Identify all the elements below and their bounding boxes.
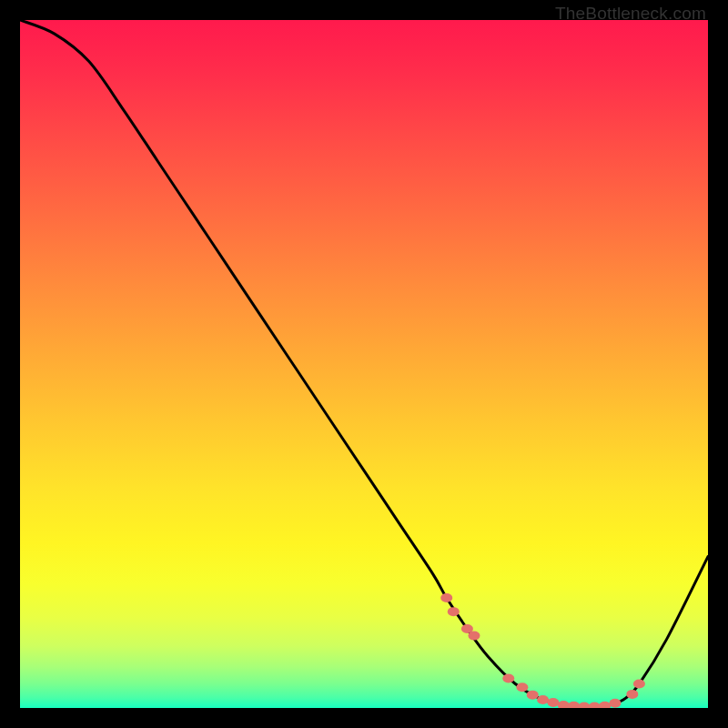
gradient-background (20, 20, 708, 708)
svg-rect-0 (20, 20, 708, 708)
plot-area (20, 20, 708, 708)
